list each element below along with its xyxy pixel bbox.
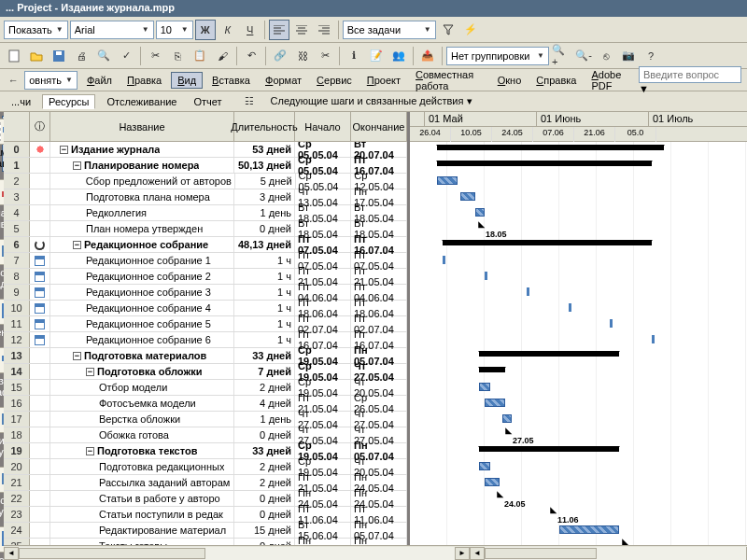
horizontal-scrollbar[interactable]: ◄ ► ◄ ►: [4, 545, 747, 560]
gantt-bar[interactable]: [443, 256, 445, 264]
tab-tasks[interactable]: ...чи: [6, 95, 36, 108]
underline-button[interactable]: Ч: [240, 20, 261, 40]
gantt-bar[interactable]: [479, 367, 506, 372]
menu-вставка[interactable]: Вставка: [206, 73, 256, 88]
zoom-out-button[interactable]: 🔍-: [573, 46, 594, 66]
menu-формат[interactable]: Формат: [260, 73, 307, 88]
svg-rect-2: [56, 51, 62, 55]
outline-toggle[interactable]: −: [86, 447, 94, 455]
scroll-left-button-2[interactable]: ◄: [470, 547, 485, 560]
unlink-button[interactable]: ⛓: [292, 46, 313, 66]
outline-toggle[interactable]: −: [86, 368, 94, 376]
gantt-bar[interactable]: [479, 351, 619, 357]
gantt-bar[interactable]: [437, 176, 458, 185]
outdent-button[interactable]: ←: [6, 70, 21, 91]
gantt-chart[interactable]: 01 Май01 Июнь01 Июль 26.0410.0524.0507.0…: [410, 112, 747, 545]
steps-icon[interactable]: ☷: [239, 91, 260, 112]
col-start[interactable]: Начало: [295, 112, 351, 141]
preview-button[interactable]: 🔍: [93, 46, 114, 66]
col-num[interactable]: [4, 112, 30, 141]
publish-button[interactable]: 📤: [417, 46, 438, 66]
cut-button[interactable]: ✂: [145, 46, 165, 66]
copy-button[interactable]: ⎘: [167, 46, 188, 66]
col-name[interactable]: Название: [50, 112, 234, 141]
next-steps-menu[interactable]: Следующие шаги и связанные действия ▾: [265, 93, 478, 109]
goto-task-button[interactable]: ⎋: [596, 46, 616, 66]
gantt-bar[interactable]: [569, 303, 571, 312]
gantt-bar[interactable]: [479, 462, 491, 470]
grid-body[interactable]: 0−Издание журнала53 днейСр 05.05.04Вт 20…: [4, 142, 407, 545]
gantt-bar[interactable]: [485, 272, 487, 280]
save-button[interactable]: [49, 46, 69, 66]
italic-button[interactable]: К: [218, 20, 238, 40]
align-left-button[interactable]: [269, 20, 289, 40]
menu-проект[interactable]: Проект: [361, 73, 406, 88]
new-button[interactable]: [4, 46, 24, 66]
align-center-button[interactable]: [291, 20, 312, 40]
camera-icon[interactable]: 📷: [618, 46, 639, 66]
outline-toggle[interactable]: −: [73, 352, 81, 360]
tab-tracking[interactable]: Отслеживание: [101, 95, 182, 108]
format-painter-button[interactable]: 🖌: [212, 46, 233, 66]
gantt-bar[interactable]: [559, 525, 619, 534]
gantt-body[interactable]: [410, 142, 747, 545]
level-dropdown[interactable]: овнять▼: [24, 71, 78, 90]
gantt-bar[interactable]: [652, 335, 655, 343]
split-button[interactable]: ✂: [315, 46, 335, 66]
menu-справка[interactable]: Справка: [530, 73, 582, 88]
paste-button[interactable]: 📋: [190, 46, 210, 66]
gantt-bar[interactable]: [485, 478, 500, 486]
outline-toggle[interactable]: −: [60, 146, 68, 154]
print-button[interactable]: 🖨: [71, 46, 92, 66]
question-box[interactable]: ▼: [639, 66, 741, 94]
gantt-bar[interactable]: [437, 161, 652, 166]
gantt-bar[interactable]: [443, 240, 652, 245]
menu-сервис[interactable]: Сервис: [311, 73, 358, 88]
gantt-bar[interactable]: [437, 145, 664, 150]
font-size-dropdown[interactable]: 10▼: [156, 21, 193, 39]
outline-toggle[interactable]: −: [73, 241, 81, 249]
col-indicator[interactable]: ⓘ: [30, 112, 50, 141]
spell-button[interactable]: ✓: [116, 46, 136, 66]
scroll-left-button[interactable]: ◄: [4, 547, 19, 560]
col-duration[interactable]: Длительность: [234, 112, 295, 141]
lightning-icon[interactable]: ⚡: [460, 20, 481, 40]
menu-правка[interactable]: Правка: [121, 73, 167, 88]
help-button[interactable]: ?: [641, 46, 661, 66]
menu-совместная работа[interactable]: Совместная работа: [410, 67, 488, 93]
scroll-right-button[interactable]: ►: [455, 547, 470, 560]
show-dropdown[interactable]: Показать▼: [4, 21, 68, 39]
open-button[interactable]: [26, 46, 47, 66]
menu-файл[interactable]: Файл: [81, 73, 118, 88]
gantt-bar[interactable]: [610, 319, 613, 328]
info-button[interactable]: ℹ: [344, 46, 364, 66]
gantt-bar[interactable]: [485, 399, 505, 407]
gantt-bar[interactable]: [527, 287, 529, 296]
zoom-in-button[interactable]: 🔍+: [551, 46, 571, 66]
task-row[interactable]: 25Тексты готовы0 днейПн 05.07.04Пн 05.07…: [4, 539, 407, 545]
outline-toggle[interactable]: −: [73, 161, 81, 170]
gantt-bar[interactable]: [460, 192, 475, 201]
menu-вид[interactable]: Вид: [171, 72, 203, 89]
tab-report[interactable]: Отчет: [188, 95, 227, 108]
group-dropdown[interactable]: Нет группировки▼: [446, 47, 549, 65]
menu-adobe pdf[interactable]: Adobe PDF: [585, 67, 635, 93]
col-end[interactable]: Окончание: [351, 112, 407, 141]
gantt-bar[interactable]: [475, 208, 485, 217]
assign-button[interactable]: 👥: [388, 46, 409, 66]
gantt-bar[interactable]: [502, 414, 512, 423]
align-right-button[interactable]: [314, 20, 334, 40]
question-input[interactable]: [639, 66, 741, 83]
font-family-dropdown[interactable]: Arial▼: [70, 21, 154, 39]
filter-dropdown[interactable]: Все задачи▼: [343, 21, 436, 39]
bold-button[interactable]: Ж: [195, 20, 216, 40]
window-title: ... Project - Издание журнала.mpp: [0, 0, 747, 17]
gantt-bar[interactable]: [479, 446, 619, 452]
tab-resources[interactable]: Ресурсы: [42, 94, 95, 109]
menu-окно[interactable]: Окно: [492, 73, 528, 88]
gantt-bar[interactable]: [479, 383, 491, 391]
undo-button[interactable]: ↶: [241, 46, 261, 66]
autofilter-button[interactable]: [438, 20, 458, 40]
link-button[interactable]: 🔗: [270, 46, 290, 66]
notes-button[interactable]: 📝: [366, 46, 387, 66]
